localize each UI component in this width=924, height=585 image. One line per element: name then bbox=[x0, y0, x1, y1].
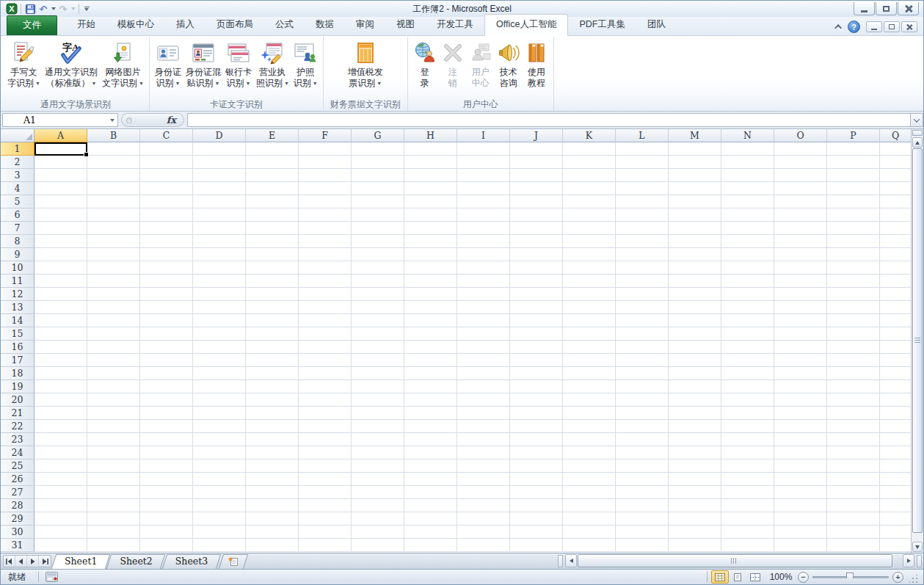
cell-Q9[interactable] bbox=[880, 248, 911, 261]
column-header-K[interactable]: K bbox=[563, 129, 616, 142]
column-header-B[interactable]: B bbox=[87, 129, 140, 142]
cell-C3[interactable] bbox=[140, 169, 193, 182]
cell-F20[interactable] bbox=[299, 393, 352, 407]
cell-H21[interactable] bbox=[404, 407, 457, 420]
cell-E6[interactable] bbox=[246, 208, 299, 222]
cell-C12[interactable] bbox=[140, 288, 193, 301]
cell-D11[interactable] bbox=[193, 275, 246, 288]
cell-P23[interactable] bbox=[827, 433, 880, 446]
page-break-view-button[interactable] bbox=[746, 570, 764, 584]
cell-M8[interactable] bbox=[669, 235, 721, 248]
undo-dropdown[interactable] bbox=[50, 3, 57, 15]
cell-Q12[interactable] bbox=[880, 288, 911, 301]
zoom-in-button[interactable]: + bbox=[892, 572, 903, 583]
cell-Q10[interactable] bbox=[880, 261, 911, 275]
record-macro-button[interactable] bbox=[43, 570, 60, 584]
cell-N23[interactable] bbox=[721, 433, 774, 446]
cell-L5[interactable] bbox=[616, 195, 669, 208]
cell-F5[interactable] bbox=[299, 195, 352, 208]
cell-J15[interactable] bbox=[510, 327, 563, 341]
web-image-ocr-button[interactable]: 网络图片文字识别▼ bbox=[100, 39, 146, 89]
cell-E18[interactable] bbox=[246, 367, 299, 380]
cell-Q14[interactable] bbox=[880, 314, 911, 327]
id-card-mixed-ocr-button[interactable]: 身份证混贴识别▼ bbox=[183, 39, 223, 89]
cell-G5[interactable] bbox=[352, 195, 404, 208]
cell-A26[interactable] bbox=[34, 473, 87, 486]
cell-I10[interactable] bbox=[457, 261, 510, 275]
cell-C10[interactable] bbox=[140, 261, 193, 275]
cell-L19[interactable] bbox=[616, 380, 669, 393]
cell-F25[interactable] bbox=[299, 459, 352, 473]
cell-F3[interactable] bbox=[299, 169, 352, 182]
row-header-28[interactable]: 28 bbox=[1, 499, 34, 512]
cell-E16[interactable] bbox=[246, 341, 299, 354]
cell-E10[interactable] bbox=[246, 261, 299, 275]
tab-公式[interactable]: 公式 bbox=[264, 15, 305, 35]
cell-F28[interactable] bbox=[299, 499, 352, 512]
cell-N12[interactable] bbox=[721, 288, 774, 301]
cell-N18[interactable] bbox=[721, 367, 774, 380]
cell-D5[interactable] bbox=[193, 195, 246, 208]
cell-F11[interactable] bbox=[299, 275, 352, 288]
cell-O4[interactable] bbox=[774, 182, 827, 195]
cell-E2[interactable] bbox=[246, 156, 299, 169]
cell-Q26[interactable] bbox=[880, 473, 911, 486]
cell-G4[interactable] bbox=[352, 182, 404, 195]
cell-C17[interactable] bbox=[140, 354, 193, 367]
cell-D31[interactable] bbox=[193, 539, 246, 552]
cell-P1[interactable] bbox=[827, 142, 880, 156]
cell-B12[interactable] bbox=[87, 288, 140, 301]
row-header-13[interactable]: 13 bbox=[1, 301, 34, 314]
cell-B14[interactable] bbox=[87, 314, 140, 327]
cell-I8[interactable] bbox=[457, 235, 510, 248]
row-header-9[interactable]: 9 bbox=[1, 248, 34, 261]
cell-K16[interactable] bbox=[563, 341, 616, 354]
doc-minimize-button[interactable] bbox=[866, 21, 882, 32]
cell-G8[interactable] bbox=[352, 235, 404, 248]
cell-G25[interactable] bbox=[352, 459, 404, 473]
cell-L24[interactable] bbox=[616, 446, 669, 459]
cell-F8[interactable] bbox=[299, 235, 352, 248]
cell-N26[interactable] bbox=[721, 473, 774, 486]
cell-D19[interactable] bbox=[193, 380, 246, 393]
cell-M9[interactable] bbox=[669, 248, 721, 261]
tab-file[interactable]: 文件 bbox=[7, 15, 57, 35]
cell-A12[interactable] bbox=[34, 288, 87, 301]
cell-H31[interactable] bbox=[404, 539, 457, 552]
cell-G22[interactable] bbox=[352, 420, 404, 433]
cell-D20[interactable] bbox=[193, 393, 246, 407]
cell-N5[interactable] bbox=[721, 195, 774, 208]
expand-formula-bar-button[interactable] bbox=[910, 113, 923, 127]
cell-M4[interactable] bbox=[669, 182, 721, 195]
cell-Q11[interactable] bbox=[880, 275, 911, 288]
cell-I15[interactable] bbox=[457, 327, 510, 341]
cell-F21[interactable] bbox=[299, 407, 352, 420]
cell-N3[interactable] bbox=[721, 169, 774, 182]
cell-G26[interactable] bbox=[352, 473, 404, 486]
row-header-3[interactable]: 3 bbox=[1, 169, 34, 182]
cell-I19[interactable] bbox=[457, 380, 510, 393]
cell-H12[interactable] bbox=[404, 288, 457, 301]
cell-K30[interactable] bbox=[563, 526, 616, 539]
cell-K19[interactable] bbox=[563, 380, 616, 393]
cell-N7[interactable] bbox=[721, 222, 774, 235]
cell-N15[interactable] bbox=[721, 327, 774, 341]
cell-E15[interactable] bbox=[246, 327, 299, 341]
cell-D16[interactable] bbox=[193, 341, 246, 354]
cell-I23[interactable] bbox=[457, 433, 510, 446]
tab-视图[interactable]: 视图 bbox=[385, 15, 426, 35]
login-button[interactable]: 登录 bbox=[411, 39, 439, 89]
cell-N28[interactable] bbox=[721, 499, 774, 512]
cell-A22[interactable] bbox=[34, 420, 87, 433]
cell-D17[interactable] bbox=[193, 354, 246, 367]
cell-F15[interactable] bbox=[299, 327, 352, 341]
cell-B31[interactable] bbox=[87, 539, 140, 552]
cell-I20[interactable] bbox=[457, 393, 510, 407]
cell-M16[interactable] bbox=[669, 341, 721, 354]
cell-C29[interactable] bbox=[140, 512, 193, 526]
cell-J6[interactable] bbox=[510, 208, 563, 222]
cell-C15[interactable] bbox=[140, 327, 193, 341]
cell-Q13[interactable] bbox=[880, 301, 911, 314]
column-header-A[interactable]: A bbox=[34, 129, 87, 142]
excel-logo-icon[interactable]: X bbox=[5, 3, 18, 15]
